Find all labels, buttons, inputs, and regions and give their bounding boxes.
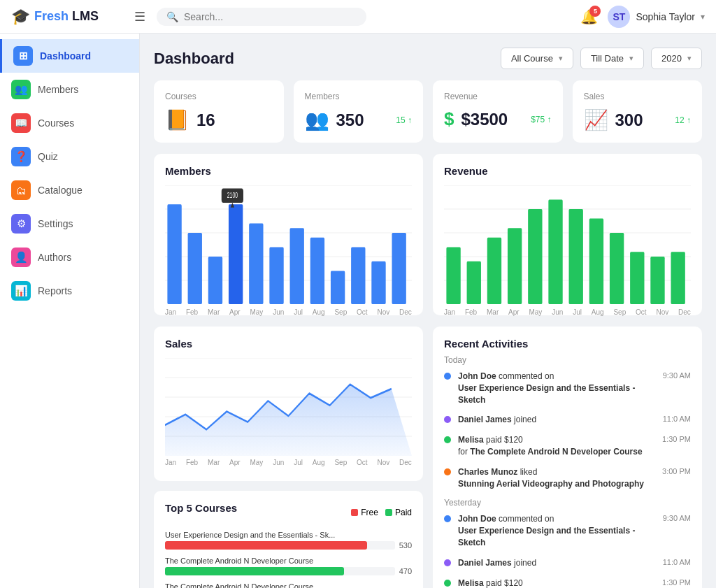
svg-rect-32 xyxy=(589,219,603,304)
sidebar-item-quiz[interactable]: ❓ Quiz xyxy=(0,140,139,173)
activity-time-7: 1:30 PM xyxy=(662,578,691,587)
user-profile[interactable]: ST Sophia Taylor ▾ xyxy=(608,6,705,28)
members-stat-value: 350 xyxy=(336,110,364,130)
stat-label-courses: Courses xyxy=(165,92,273,101)
top-courses-header: Top 5 Courses Free Paid xyxy=(165,502,412,522)
activity-time-1: 9:30 AM xyxy=(663,371,691,380)
activity-text-6: Daniel James joined xyxy=(458,557,656,569)
sidebar-item-catalogue[interactable]: 🗂 Catalogue xyxy=(0,173,139,207)
sales-stat-icon: 📈 xyxy=(584,108,608,131)
activity-dot-5 xyxy=(444,515,451,522)
members-chart-area: 2100 JanFebMarAprMayJunJulAugSepOctNovDe… xyxy=(165,185,412,304)
layout: ⊞ Dashboard 👥 Members 📖 Courses ❓ Quiz 🗂… xyxy=(0,34,716,588)
svg-rect-11 xyxy=(290,228,304,304)
members-chart-card: Members xyxy=(154,154,423,315)
courses-stat-icon: 📙 xyxy=(165,108,189,131)
activity-item-2: Daniel James joined 11:0 AM xyxy=(444,414,691,426)
sales-chart-card: Sales xyxy=(154,327,423,481)
dashboard-icon: ⊞ xyxy=(13,46,33,66)
sidebar-label-settings: Settings xyxy=(38,218,73,229)
svg-text:2100: 2100 xyxy=(227,191,238,199)
sidebar-label-members: Members xyxy=(38,84,78,95)
revenue-stat-value: $3500 xyxy=(461,110,508,129)
sales-stat-value: 300 xyxy=(615,110,643,130)
stat-label-members: Members xyxy=(305,92,413,101)
user-name: Sophia Taylor xyxy=(636,11,695,22)
members-stat-icon: 👥 xyxy=(305,108,329,131)
activity-item-6: Daniel James joined 11:0 AM xyxy=(444,557,691,569)
sidebar-label-dashboard: Dashboard xyxy=(40,50,91,62)
notification-count: 5 xyxy=(589,6,601,17)
sidebar-item-reports[interactable]: 📊 Reports xyxy=(0,274,139,308)
svg-rect-12 xyxy=(310,238,324,304)
free-dot xyxy=(351,509,358,516)
activity-text-3: Melisa paid $120 for The Complete Androi… xyxy=(458,434,655,458)
logo-text: Fresh LMS xyxy=(34,9,99,24)
members-chart-svg: 2100 xyxy=(165,185,412,304)
chevron-down-icon: ▾ xyxy=(559,54,563,63)
svg-rect-8 xyxy=(229,204,243,304)
sidebar-item-dashboard[interactable]: ⊞ Dashboard xyxy=(0,39,139,73)
charts-row-1: Members xyxy=(154,154,702,315)
page-title: Dashboard xyxy=(154,50,494,68)
svg-rect-33 xyxy=(610,233,624,304)
activity-text-5: John Doe commented on User Experience De… xyxy=(458,513,656,548)
sidebar-item-courses[interactable]: 📖 Courses xyxy=(0,106,139,140)
logo: 🎓 Fresh LMS xyxy=(11,8,123,26)
course-bar-1: User Experience Design and the Essential… xyxy=(165,531,412,550)
legend-free: Free xyxy=(351,508,378,517)
activity-dot-6 xyxy=(444,559,451,566)
sidebar: ⊞ Dashboard 👥 Members 📖 Courses ❓ Quiz 🗂… xyxy=(0,34,140,588)
logo-icon: 🎓 xyxy=(11,8,30,26)
chevron-down-icon: ▾ xyxy=(629,54,633,63)
sidebar-label-authors: Authors xyxy=(38,252,71,263)
course-filter[interactable]: All Course ▾ xyxy=(501,48,573,69)
stat-label-sales: Sales xyxy=(584,92,692,101)
course-bar-fill-2 xyxy=(165,567,344,575)
activity-item-4: Charles Munoz liked Stunning Aerial Vide… xyxy=(444,466,691,490)
members-icon: 👥 xyxy=(11,80,31,99)
recent-activities-title: Recent Activities xyxy=(444,338,691,350)
activity-time-2: 11:0 AM xyxy=(663,415,691,423)
activity-time-6: 11:0 AM xyxy=(663,558,691,566)
search-input[interactable] xyxy=(184,11,357,22)
activity-item-7: Melisa paid $120 for The Complete Androi… xyxy=(444,578,691,588)
year-filter[interactable]: 2020 ▾ xyxy=(651,48,702,69)
course-filter-label: All Course xyxy=(511,53,553,64)
date-filter-label: Till Date xyxy=(591,53,624,64)
sales-x-labels: JanFebMarAprMayJunJulAugSepOctNovDec xyxy=(165,459,412,466)
stat-card-members: Members 👥 350 15 ↑ xyxy=(294,80,424,143)
svg-rect-27 xyxy=(487,238,501,304)
courses-icon: 📖 xyxy=(11,113,31,133)
activity-text-4: Charles Munoz liked Stunning Aerial Vide… xyxy=(458,466,655,490)
sidebar-item-settings[interactable]: ⚙ Settings xyxy=(0,207,139,241)
svg-rect-25 xyxy=(446,247,460,304)
sidebar-label-courses: Courses xyxy=(38,117,74,129)
revenue-chart-title: Revenue xyxy=(444,165,691,177)
sidebar-item-authors[interactable]: 👤 Authors xyxy=(0,241,139,274)
revenue-chart-area: JanFebMarAprMayJunJulAugSepOctNovDec xyxy=(444,185,691,304)
activity-time-3: 1:30 PM xyxy=(662,435,691,443)
top-courses-title: Top 5 Courses xyxy=(165,502,237,514)
notification-bell[interactable]: 🔔 5 xyxy=(580,8,598,25)
stat-card-revenue: Revenue $ $3500 $75 ↑ xyxy=(433,80,563,143)
activity-text-2: Daniel James joined xyxy=(458,414,656,426)
svg-rect-5 xyxy=(167,204,181,304)
date-filter[interactable]: Till Date ▾ xyxy=(580,48,644,69)
avatar: ST xyxy=(608,6,630,28)
quiz-icon: ❓ xyxy=(11,147,31,166)
hamburger-menu[interactable]: ☰ xyxy=(134,9,145,24)
revenue-chart-card: Revenue xyxy=(433,154,702,315)
dashboard-header: Dashboard All Course ▾ Till Date ▾ 2020 … xyxy=(154,48,702,69)
course-bar-fill-1 xyxy=(165,541,367,550)
activity-dot-1 xyxy=(444,373,451,380)
activity-time-4: 3:00 PM xyxy=(662,467,691,475)
bottom-row: Sales xyxy=(154,327,702,588)
sidebar-item-members[interactable]: 👥 Members xyxy=(0,73,139,106)
svg-rect-28 xyxy=(508,228,522,304)
course-bar-3: The Complete Android N Developer Course … xyxy=(165,582,412,588)
stat-card-courses: Courses 📙 16 xyxy=(154,80,284,143)
activity-day-yesterday: Yesterday xyxy=(444,498,691,508)
courses-stat-value: 16 xyxy=(196,110,215,130)
svg-rect-6 xyxy=(188,233,202,304)
